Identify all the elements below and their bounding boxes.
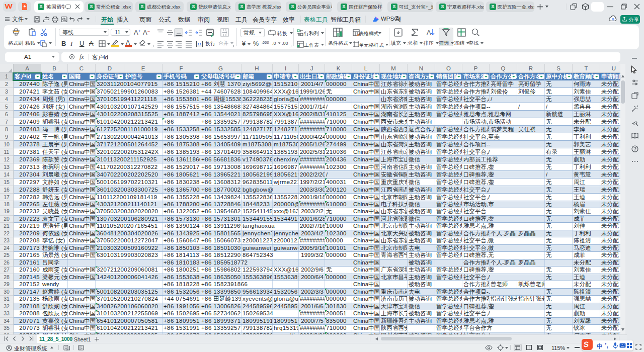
svg-text:A: A [427,29,431,36]
